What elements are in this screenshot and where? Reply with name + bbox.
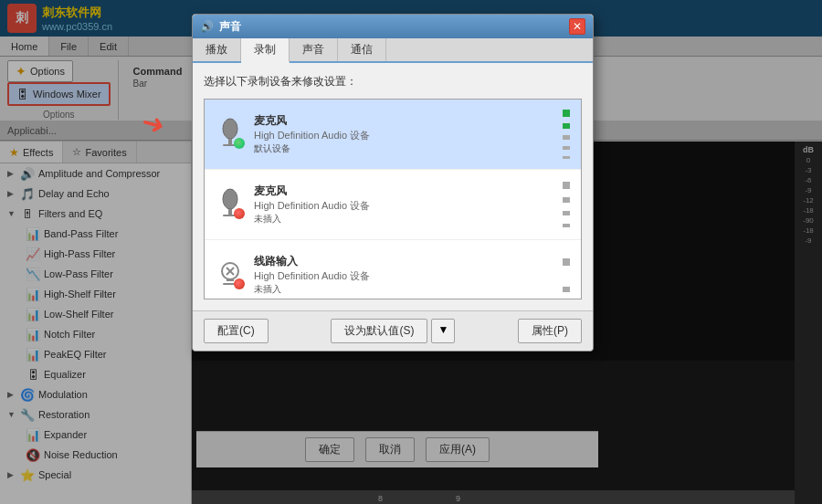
dialog-titlebar: 🔊 声音 ✕ [193,15,593,38]
dialog-tab-comms[interactable]: 通信 [338,38,386,61]
default-btn-group: 设为默认值(S) ▼ [331,319,455,343]
dialog-description: 选择以下录制设备来修改设置： [204,74,582,89]
device-info-1: 麦克风 High Definition Audio 设备 未插入 [254,184,553,226]
svg-point-1 [223,119,237,139]
dialog-tab-sound[interactable]: 声音 [290,38,338,61]
dialog-tab-play[interactable]: 播放 [193,38,241,61]
device-indicator-2 [561,247,572,299]
svg-rect-5 [228,209,232,215]
device-item-1[interactable]: 麦克风 High Definition Audio 设备 未插入 [205,170,581,240]
device-item-0[interactable]: 麦克风 High Definition Audio 设备 默认设备 [205,100,581,170]
device-list: 麦克风 High Definition Audio 设备 默认设备 [204,99,582,299]
device-icon-2 [214,258,247,291]
dialog-body: 选择以下录制设备来修改设置： 麦克风 High Definition [193,63,593,310]
device-info-0: 麦克风 High Definition Audio 设备 默认设备 [254,113,553,155]
device-info-2: 线路输入 High Definition Audio 设备 未插入 [254,254,553,296]
device-indicator-1 [561,177,572,232]
dialog-footer: 配置(C) 设为默认值(S) ▼ 属性(P) [193,310,593,351]
dialog-tabs: 播放 录制 声音 通信 [193,38,593,63]
dialog-title: 🔊 声音 [200,19,241,35]
device-icon-0 [214,118,247,151]
default-arrow-button[interactable]: ▼ [431,319,455,343]
properties-button[interactable]: 属性(P) [518,319,582,343]
dialog-close-button[interactable]: ✕ [569,18,585,35]
device-icon-1 [214,188,247,221]
config-button[interactable]: 配置(C) [204,319,269,343]
dialog-title-icon: 🔊 [200,20,214,33]
set-default-button[interactable]: 设为默认值(S) [331,319,427,343]
svg-rect-2 [228,139,232,144]
svg-point-4 [223,189,237,209]
device-indicator-0 [561,107,572,162]
dialog-tab-record[interactable]: 录制 [241,38,290,63]
app-window: 刺 刺东软件网 www.pc0359.cn Home File Edit ✦ O… [0,0,822,504]
sound-dialog: 🔊 声音 ✕ 播放 录制 声音 通信 选择以下录制设备来修改设置： [192,14,594,352]
svg-rect-10 [227,279,234,281]
device-item-2[interactable]: 线路输入 High Definition Audio 设备 未插入 [205,240,581,299]
